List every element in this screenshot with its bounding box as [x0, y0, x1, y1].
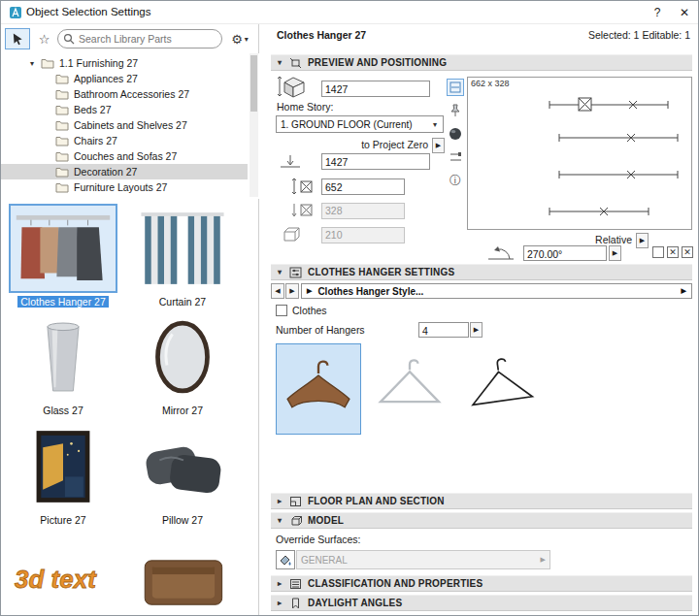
elevation-icon: [279, 153, 302, 171]
thumbnail-label: Pillow 27: [128, 514, 237, 526]
info-icon: ⓘ: [449, 173, 461, 189]
positioning-icon: [289, 57, 302, 69]
info-button[interactable]: ⓘ: [447, 172, 464, 189]
classification-list-icon: [289, 578, 302, 590]
object-height-icon: [277, 75, 306, 100]
close-button[interactable]: ✕: [671, 1, 698, 24]
object-select-button[interactable]: [5, 28, 30, 49]
tree-item-beds[interactable]: Beds 27: [1, 102, 248, 117]
thumbnail-curtain[interactable]: [128, 204, 237, 293]
scrollbar-thumb[interactable]: [250, 55, 257, 112]
hanger-style-dropdown[interactable]: ▶ Clothes Hanger Style... ▶: [301, 283, 692, 299]
hanger-style-plastic-option[interactable]: [367, 343, 452, 435]
hangers-flyout[interactable]: ▶: [470, 322, 483, 338]
section-floor-plan[interactable]: ▸ FLOOR PLAN AND SECTION: [271, 493, 692, 509]
object-thickness-icon: [279, 225, 302, 243]
section-title: PREVIEW AND POSITIONING: [308, 57, 447, 68]
thumbnail-glass[interactable]: [9, 312, 117, 402]
pin-view-button[interactable]: [447, 102, 464, 119]
next-page-button[interactable]: ▶: [285, 283, 299, 299]
surface-dropdown[interactable]: GENERAL ▶: [296, 550, 550, 569]
clothes-checkbox[interactable]: [276, 305, 287, 316]
hanger-style-wood-option[interactable]: [276, 343, 361, 435]
section-model[interactable]: ▾ MODEL: [271, 512, 692, 529]
home-story-value: 1. GROUND FLOOR (Current): [281, 119, 413, 130]
plan-view-button[interactable]: [447, 79, 464, 96]
collapse-arrow-icon: ▸: [276, 579, 283, 588]
thumbnail-clothes-hanger[interactable]: [9, 204, 117, 293]
tree-item-furnishing[interactable]: ▾ 1.1 Furnishing 27: [1, 55, 248, 71]
hanger-style-wire-option[interactable]: [458, 343, 544, 435]
tree-item-label: 1.1 Furnishing 27: [59, 57, 138, 69]
section-classification[interactable]: ▸ CLASSIFICATION AND PROPERTIES: [271, 575, 692, 592]
folder-icon: [41, 57, 54, 69]
dim-c-field[interactable]: 210: [321, 227, 405, 243]
tree-item-cabinets-shelves[interactable]: Cabinets and Shelves 27: [1, 117, 248, 133]
section-symbol-icon: [449, 151, 462, 163]
thumbnail-mirror[interactable]: [128, 312, 237, 402]
preview-canvas[interactable]: 662 x 328: [467, 77, 692, 230]
surface-value: GENERAL: [301, 555, 348, 566]
search-input[interactable]: [79, 33, 217, 45]
thumbnail-label: Picture 27: [9, 514, 117, 526]
tree-item-label: Cabinets and Shelves 27: [74, 119, 187, 131]
mirror-x-checkbox[interactable]: ✕: [667, 246, 679, 258]
tree-item-label: Furniture Layouts 27: [74, 181, 167, 193]
thumbnail-tray[interactable]: [128, 533, 237, 616]
folder-icon: [55, 119, 69, 131]
dim-b-field[interactable]: 328: [321, 203, 405, 219]
library-settings-button[interactable]: ⚙ ▾: [226, 28, 255, 49]
section-title: DAYLIGHT ANGLES: [308, 598, 402, 608]
tree-item-appliances[interactable]: Appliances 27: [1, 71, 248, 86]
number-of-hangers-field[interactable]: [418, 322, 469, 338]
flyout-arrow-icon: ▶: [307, 287, 312, 295]
favorites-button[interactable]: ☆: [33, 28, 55, 49]
rotation-angle-field[interactable]: [523, 245, 607, 261]
section-preview-positioning[interactable]: ▾ PREVIEW AND POSITIONING: [271, 54, 692, 71]
tree-scrollbar[interactable]: [250, 53, 258, 197]
search-box: [57, 29, 222, 49]
home-story-dropdown[interactable]: 1. GROUND FLOOR (Current) ▾: [276, 115, 444, 133]
tree-item-chairs[interactable]: Chairs 27: [1, 133, 248, 148]
anchor-depth-icon: [290, 201, 316, 220]
dim-a-field[interactable]: [321, 178, 405, 195]
section-daylight[interactable]: ▸ DAYLIGHT ANGLES: [271, 595, 692, 611]
section-hanger-settings[interactable]: ▾ CLOTHES HANGER SETTINGS: [271, 264, 692, 280]
tree-item-decoration[interactable]: Decoration 27: [1, 164, 248, 179]
gear-icon: ⚙: [231, 32, 243, 47]
thumbnail-pillow[interactable]: [128, 422, 237, 511]
thumbnail-label: Clothes Hanger 27: [9, 296, 117, 308]
thumbnail-label: Mirror 27: [128, 405, 237, 416]
relative-flyout[interactable]: ▶: [636, 233, 649, 248]
library-tree: ▾ 1.1 Furnishing 27 Appliances 27 Bathro…: [1, 53, 259, 199]
section-view-button[interactable]: [447, 148, 464, 166]
folder-icon: [55, 73, 69, 84]
object-height-field[interactable]: [321, 81, 430, 97]
library-panel: ☆ ⚙ ▾ ▾ 1.1 Furnishing 27 Appliances 27 …: [1, 24, 259, 616]
flyout-arrow-icon: ▶: [682, 287, 686, 295]
paint-bucket-icon: [279, 553, 292, 567]
app-icon: [9, 6, 22, 19]
mirror-none-checkbox[interactable]: [652, 246, 664, 258]
thumbnail-picture[interactable]: [9, 422, 117, 511]
surface-picker-button[interactable]: [276, 550, 295, 569]
rotation-flyout[interactable]: ▶: [609, 245, 621, 261]
collapse-arrow-icon: ▾: [276, 516, 283, 525]
prev-page-button[interactable]: ◀: [271, 283, 284, 299]
rotation-angle-icon: [484, 245, 517, 262]
collapse-arrow-icon: ▾: [276, 58, 283, 67]
tree-item-label: Decoration 27: [74, 166, 137, 178]
model-icon: [289, 515, 302, 527]
to-project-zero-flyout[interactable]: ▶: [432, 138, 445, 153]
tree-item-couches-sofas[interactable]: Couches and Sofas 27: [1, 148, 248, 164]
elevation-field[interactable]: [321, 153, 430, 170]
tree-item-label: Couches and Sofas 27: [74, 150, 177, 162]
help-button[interactable]: ?: [644, 1, 671, 24]
window-titlebar: Object Selection Settings ? ✕: [1, 1, 699, 24]
tree-item-furniture-layouts[interactable]: Furniture Layouts 27: [1, 179, 248, 195]
tray-image: [132, 536, 233, 614]
model-view-button[interactable]: [447, 125, 464, 143]
tree-item-bathroom-accessories[interactable]: Bathroom Accessories 27: [1, 86, 248, 102]
mirror-y-checkbox[interactable]: ✕: [682, 246, 693, 258]
thumbnail-3d-text[interactable]: 3d text: [9, 533, 117, 616]
